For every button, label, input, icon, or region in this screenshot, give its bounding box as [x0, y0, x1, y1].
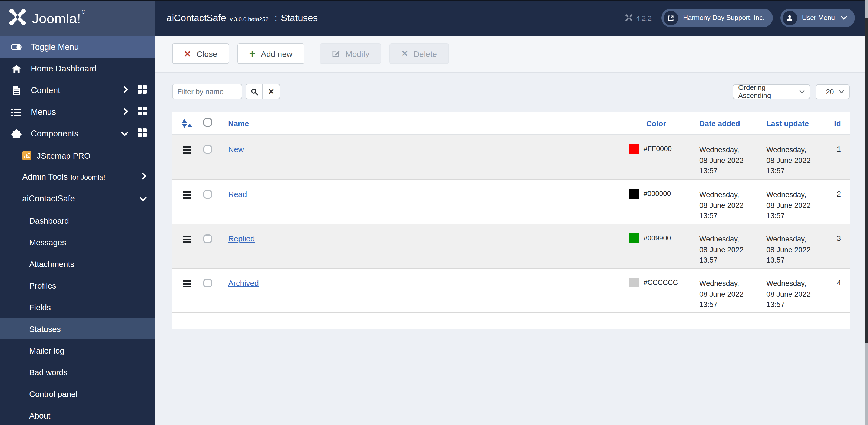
page-scrollbar[interactable]: [865, 0, 868, 425]
sidebar-item-attachments[interactable]: Attachments: [0, 253, 155, 275]
clear-x-icon: ✕: [268, 87, 274, 96]
status-name-link[interactable]: Read: [228, 190, 247, 199]
joomla-logo-icon: [9, 8, 27, 28]
chevron-right-icon[interactable]: [123, 107, 128, 117]
table-row: New #FF0000 Wednesday, 08 June 2022 13:5…: [172, 135, 849, 179]
last-update-cell: Wednesday, 08 June 2022 13:57: [763, 234, 832, 265]
row-checkbox[interactable]: [203, 190, 212, 199]
joomla-version-badge: 4.2.2: [625, 14, 652, 22]
id-cell: 3: [832, 234, 849, 243]
close-button[interactable]: ✕ Close: [172, 43, 229, 64]
modify-button[interactable]: Modify: [320, 43, 381, 64]
ordering-select[interactable]: Ordering Ascending: [733, 84, 810, 99]
column-header-last-update[interactable]: Last update: [763, 119, 832, 128]
sidebar-item-admin-tools[interactable]: Admin Tools for Joomla!: [0, 166, 155, 188]
chevron-down-icon[interactable]: [140, 194, 147, 204]
table-row: Archived #CCCCCC Wednesday, 08 June 2022…: [172, 268, 849, 312]
sidebar-item-fields[interactable]: Fields: [0, 296, 155, 318]
date-added-cell: Wednesday, 08 June 2022 13:57: [696, 190, 763, 221]
color-swatch: [629, 233, 639, 243]
delete-x-icon: ✕: [401, 49, 408, 58]
date-added-cell: Wednesday, 08 June 2022 13:57: [696, 278, 763, 310]
sidebar-item-control-panel[interactable]: Control panel: [0, 383, 155, 404]
puzzle-icon: [11, 129, 22, 139]
filter-by-name-input[interactable]: [172, 84, 242, 99]
sidebar-item-profiles[interactable]: Profiles: [0, 275, 155, 296]
chevron-right-icon[interactable]: [123, 86, 128, 95]
user-menu-button[interactable]: User Menu: [780, 9, 855, 27]
sidebar-item-components[interactable]: Components: [0, 123, 155, 145]
date-added-cell: Wednesday, 08 June 2022 13:57: [696, 145, 763, 176]
home-icon: [11, 64, 22, 73]
select-all-checkbox[interactable]: [203, 118, 212, 126]
drag-handle-icon[interactable]: [183, 191, 191, 199]
drag-handle-icon[interactable]: [183, 235, 191, 243]
edit-icon: [332, 49, 340, 58]
delete-button[interactable]: ✕ Delete: [390, 43, 449, 64]
list-icon: [11, 108, 22, 116]
status-name-link[interactable]: New: [228, 145, 244, 154]
topbar: aiContactSafe v.3.0.0.beta252 : Statuses…: [155, 0, 868, 36]
grid-icon[interactable]: [138, 128, 147, 139]
brand-wordmark: Joomla!®: [32, 9, 86, 27]
clear-filter-button[interactable]: ✕: [263, 84, 280, 99]
scrollbar-thumb[interactable]: [865, 18, 868, 343]
chevron-right-icon[interactable]: [142, 172, 147, 182]
color-swatch: [629, 189, 639, 199]
sidebar-item-about[interactable]: About: [0, 404, 155, 425]
column-header-color[interactable]: Color: [629, 119, 696, 128]
jsitemap-icon: [22, 151, 31, 160]
sidebar-item-menus[interactable]: Menus: [0, 101, 155, 123]
color-swatch: [629, 278, 639, 287]
site-preview-button[interactable]: Harmony Day Support, Inc.: [661, 9, 773, 27]
sidebar-item-statuses[interactable]: Statuses: [0, 318, 155, 339]
sidebar-item-home-dashboard[interactable]: Home Dashboard: [0, 58, 155, 80]
drag-handle-icon[interactable]: [183, 280, 191, 287]
sidebar-item-messages[interactable]: Messages: [0, 231, 155, 253]
color-hex: #009900: [644, 234, 671, 242]
grid-icon[interactable]: [138, 107, 147, 117]
sidebar-item-aicontactsafe[interactable]: aiContactSafe: [0, 188, 155, 209]
row-checkbox[interactable]: [203, 279, 212, 287]
grid-icon[interactable]: [138, 85, 147, 96]
color-hex: #FF0000: [644, 145, 672, 153]
row-checkbox[interactable]: [203, 234, 212, 243]
table-row: Replied #009900 Wednesday, 08 June 2022 …: [172, 224, 849, 268]
user-icon: [782, 10, 797, 25]
joomla-admin-app: Joomla!® Toggle Menu Home Dashboard: [0, 0, 868, 425]
document-icon: [11, 86, 22, 95]
top-edge-divider: [0, 0, 868, 1]
sidebar-item-mailer-log[interactable]: Mailer log: [0, 339, 155, 361]
page-size-select[interactable]: 20: [815, 84, 849, 99]
column-header-name[interactable]: Name: [218, 119, 629, 128]
ordering-sort-icon[interactable]: [182, 119, 194, 128]
status-name-link[interactable]: Archived: [228, 279, 259, 287]
chevron-down-icon: [841, 16, 847, 20]
table-row: Read #000000 Wednesday, 08 June 2022 13:…: [172, 179, 849, 224]
toggle-menu-icon: [11, 42, 22, 51]
column-header-date-added[interactable]: Date added: [696, 119, 763, 128]
filter-bar: ✕ Ordering Ascending 20: [172, 84, 849, 99]
drag-handle-icon[interactable]: [183, 146, 191, 154]
chevron-down-icon[interactable]: [121, 129, 128, 139]
page-title: aiContactSafe v.3.0.0.beta252 : Statuses: [166, 12, 318, 24]
external-link-icon: [663, 10, 678, 25]
sidebar-item-jsitemap-pro[interactable]: JSitemap PRO: [0, 145, 155, 166]
sidebar-item-toggle-menu[interactable]: Toggle Menu: [0, 36, 155, 58]
sidebar-item-dashboard[interactable]: Dashboard: [0, 209, 155, 231]
color-hex: #000000: [644, 190, 671, 198]
joomla-logo-block[interactable]: Joomla!®: [0, 0, 155, 36]
status-name-link[interactable]: Replied: [228, 234, 255, 243]
search-icon: [250, 87, 258, 95]
search-button[interactable]: [246, 84, 263, 99]
last-update-cell: Wednesday, 08 June 2022 13:57: [763, 145, 832, 176]
sidebar-item-content[interactable]: Content: [0, 80, 155, 101]
row-checkbox[interactable]: [203, 145, 212, 154]
sidebar-item-bad-words[interactable]: Bad words: [0, 361, 155, 383]
plus-icon: +: [249, 48, 255, 59]
column-header-id[interactable]: Id: [832, 119, 849, 128]
last-update-cell: Wednesday, 08 June 2022 13:57: [763, 278, 832, 310]
main-content: ✕ Close + Add new Modify ✕ Delete: [155, 36, 868, 425]
sidebar-item-label: Toggle Menu: [31, 42, 79, 52]
add-new-button[interactable]: + Add new: [238, 43, 305, 64]
